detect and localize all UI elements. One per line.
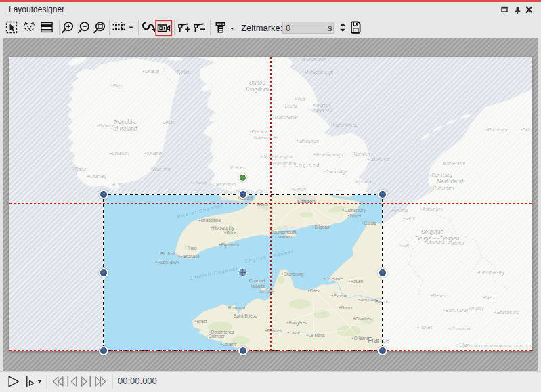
svg-text:+Dover: +Dover [347,213,361,218]
svg-text:St. Just: St. Just [160,251,175,256]
svg-text:+Quimper: +Quimper [206,334,225,339]
svg-text:+Laval: +Laval [287,330,300,335]
svg-text:+Chartres: +Chartres [353,316,372,321]
svg-text:+Truro: +Truro [184,246,197,251]
svg-text:+Le Mans: +Le Mans [306,333,325,338]
svg-text:Islands: Islands [251,284,265,288]
svg-text:+St Helier: +St Helier [258,290,275,294]
svg-text:Saint-Brieuc: Saint-Brieuc [234,313,257,318]
svg-text:+Le Havre: +Le Havre [323,276,343,281]
svg-text:France: France [368,336,383,344]
svg-text:+Canterbury: +Canterbury [342,208,366,213]
svg-text:+Hugh Town: +Hugh Town [155,260,179,265]
svg-text:+Rouen: +Rouen [348,279,364,284]
svg-text:+Fougères: +Fougères [286,320,307,326]
svg-text:+Calais: +Calais [362,221,376,225]
svg-text:+Rennes: +Rennes [265,328,282,333]
svg-text:Shanklin: Shanklin [278,235,292,239]
svg-text:+Brighton: +Brighton [312,225,331,230]
svg-text:+Lannion: +Lannion [228,305,246,310]
svg-text:+Plymouth: +Plymouth [219,242,239,248]
svg-text:Channel: Channel [249,278,265,283]
svg-text:+Évreux: +Évreux [331,292,347,298]
svg-text:+Caen: +Caen [307,288,320,293]
svg-text:+Ilfracombe: +Ilfracombe [198,218,221,223]
svg-text:+Cherbourg: +Cherbourg [281,271,304,277]
svg-text:+Brest: +Brest [194,319,207,324]
svg-text:+Penzance: +Penzance [178,254,200,259]
svg-text:+Bournemouth: +Bournemouth [268,230,297,234]
svg-text:+Lorient: +Lorient [220,342,236,347]
svg-text:+Bude: +Bude [224,230,237,235]
svg-text:+Orléans: +Orléans [351,336,369,341]
svg-text:+Dreux: +Dreux [339,305,353,310]
